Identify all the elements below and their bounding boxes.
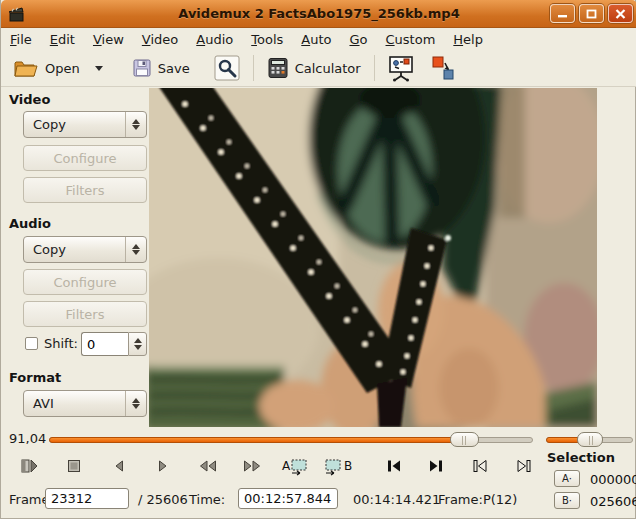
resize-squares-icon <box>431 55 456 82</box>
selection-heading: Selection <box>547 450 615 465</box>
frame-type-label: Frame:P(12) <box>438 492 517 507</box>
project-script-button[interactable] <box>210 52 244 84</box>
selection-a-value: 000000 <box>590 472 632 487</box>
shift-label: Shift: <box>44 336 78 351</box>
double-forward-icon <box>241 457 263 475</box>
calculator-icon <box>267 57 289 79</box>
format-select[interactable]: AVI <box>23 390 147 417</box>
selection-b-value: 025606 <box>590 494 632 509</box>
next-frame-button[interactable] <box>148 453 178 479</box>
menu-video[interactable]: Video <box>133 30 187 49</box>
combo-arrows-icon <box>125 237 146 262</box>
duration-label: 00:14:14.421 <box>353 492 440 507</box>
previous-keyframe-button[interactable] <box>465 453 495 479</box>
time-label: Time: <box>189 492 225 507</box>
toolbar-separator <box>253 55 254 81</box>
close-button[interactable] <box>608 4 633 23</box>
menu-view[interactable]: View <box>84 30 133 49</box>
close-icon <box>615 9 626 19</box>
toolbar-separator <box>374 55 375 81</box>
maximize-icon <box>586 9 597 19</box>
last-frame-button[interactable] <box>421 453 451 479</box>
previous-frame-button[interactable] <box>104 453 134 479</box>
combo-arrows-icon <box>125 112 146 137</box>
prev-keyframe-icon <box>471 457 489 475</box>
audio-filters-button[interactable]: Filters <box>23 301 147 327</box>
save-label: Save <box>158 61 190 76</box>
volume-handle[interactable] <box>577 432 603 447</box>
menu-help[interactable]: Help <box>444 30 492 49</box>
audio-section-heading: Audio <box>9 216 51 231</box>
transport-bar: A B <box>11 453 539 479</box>
goto-end-icon <box>427 457 445 475</box>
video-section-heading: Video <box>9 92 50 107</box>
stop-icon <box>65 457 83 475</box>
fast-forward-button[interactable] <box>237 453 267 479</box>
chevron-down-icon <box>94 65 104 72</box>
frame-input[interactable] <box>45 488 129 509</box>
save-floppy-icon <box>132 58 152 78</box>
goto-start-icon <box>385 457 403 475</box>
minimize-button[interactable] <box>550 4 575 23</box>
save-button[interactable]: Save <box>128 55 194 81</box>
resize-button[interactable] <box>427 52 460 85</box>
menu-file[interactable]: File <box>1 30 41 49</box>
video-configure-button[interactable]: Configure <box>23 145 147 171</box>
minimize-icon <box>557 9 568 18</box>
open-button[interactable]: Open <box>9 54 84 82</box>
menu-audio[interactable]: Audio <box>187 30 242 49</box>
time-input[interactable] <box>238 488 338 509</box>
menu-custom[interactable]: Custom <box>377 30 445 49</box>
menu-edit[interactable]: Edit <box>41 30 84 49</box>
stop-button[interactable] <box>59 453 89 479</box>
toolbar: Open Save <box>1 50 636 87</box>
audio-codec-select[interactable]: Copy <box>23 236 147 263</box>
play-icon <box>20 457 40 475</box>
open-recent-dropdown[interactable] <box>90 62 108 75</box>
calculator-label: Calculator <box>295 61 361 76</box>
open-label: Open <box>45 61 80 76</box>
marker-a-letter: A <box>282 459 291 473</box>
next-keyframe-button[interactable] <box>509 453 539 479</box>
frame-total: / 25606 <box>138 492 188 507</box>
format-section-heading: Format <box>9 370 61 385</box>
avidemux-window: Avidemux 2 FactsAbo1975_256kb.mp4 File E… <box>0 0 636 519</box>
window-title: Avidemux 2 FactsAbo1975_256kb.mp4 <box>1 6 636 21</box>
selection-a-button[interactable]: A· <box>554 470 580 487</box>
next-keyframe-icon <box>515 457 533 475</box>
magnifier-document-icon <box>214 55 240 81</box>
title-bar: Avidemux 2 FactsAbo1975_256kb.mp4 <box>1 0 636 28</box>
play-button[interactable] <box>15 453 45 479</box>
audio-configure-button[interactable]: Configure <box>23 269 147 295</box>
selection-b-button[interactable]: B· <box>554 492 580 509</box>
shift-checkbox[interactable] <box>25 337 38 350</box>
frame-forward-icon <box>156 457 170 475</box>
shift-spinbox <box>81 332 147 356</box>
first-frame-button[interactable] <box>379 453 409 479</box>
video-preview <box>149 88 597 427</box>
maximize-button[interactable] <box>579 4 604 23</box>
set-marker-b-button[interactable]: B <box>321 453 359 479</box>
projector-screen-icon <box>388 55 415 82</box>
marker-b-letter: B <box>344 459 352 473</box>
combo-arrows-icon <box>125 391 146 416</box>
seek-slider[interactable] <box>49 432 533 447</box>
seek-fill <box>49 437 465 443</box>
position-percent-label: 91,04 <box>9 431 46 446</box>
volume-slider[interactable] <box>546 432 633 447</box>
marker-b-icon: B <box>324 456 356 476</box>
double-back-icon <box>197 457 219 475</box>
seek-handle[interactable] <box>450 432 479 447</box>
video-codec-select[interactable]: Copy <box>23 111 147 138</box>
shift-value-input[interactable] <box>81 332 128 356</box>
set-marker-a-button[interactable]: A <box>277 453 313 479</box>
audio-codec-value: Copy <box>24 242 125 257</box>
menu-tools[interactable]: Tools <box>242 30 292 49</box>
preview-mode-button[interactable] <box>384 52 419 85</box>
menu-auto[interactable]: Auto <box>292 30 340 49</box>
spin-arrows[interactable] <box>128 332 147 356</box>
calculator-button[interactable]: Calculator <box>263 54 365 82</box>
video-filters-button[interactable]: Filters <box>23 177 147 203</box>
rewind-button[interactable] <box>193 453 223 479</box>
menu-go[interactable]: Go <box>340 30 376 49</box>
